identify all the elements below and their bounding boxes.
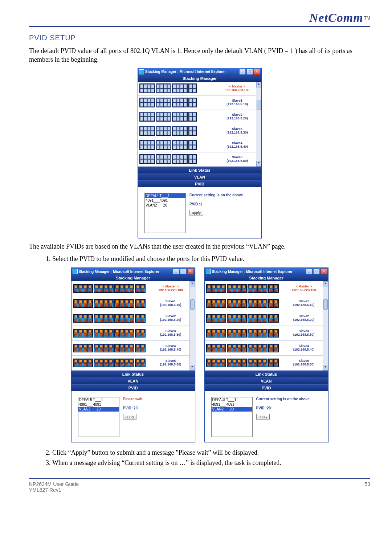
device-row[interactable]: Slave3(192.168.5.30) [72, 326, 189, 341]
device-row[interactable]: Slave5(192.168.5.50) [72, 356, 189, 371]
device-label-s2: Slave2(192.168.5.20) [220, 113, 254, 120]
stacking-manager-title: Stacking Manager [205, 275, 328, 281]
ie-window-3: Stacking Manager - Microsoft Internet Ex… [204, 267, 328, 442]
stacking-manager-title: Stacking Manager [138, 75, 261, 82]
after-fig-paragraph: The available PVIDs are based on the VLA… [29, 242, 370, 251]
step-3: When a message advising “Current setting… [52, 458, 370, 467]
maximize-button[interactable]: □ [180, 269, 187, 274]
maximize-button[interactable]: □ [313, 269, 320, 274]
device-row[interactable]: < Master >192.168.223.100 [138, 82, 256, 96]
pvid-item-vlan2[interactable]: VLAN2___20 [212, 407, 252, 412]
device-row[interactable]: < Master >192.168.223.100 [72, 281, 189, 296]
device-label-s1: Slave1(192.168.5.10) [220, 99, 254, 106]
device-row[interactable]: Slave2(192.168.5.20) [138, 110, 256, 124]
close-button[interactable]: × [187, 269, 194, 274]
device-label-s3: Slave3(192.168.5.30) [287, 330, 321, 337]
ie-icon [73, 269, 78, 274]
device-label-s2: Slave2(192.168.5.20) [154, 315, 188, 322]
tab-pvid[interactable]: PVID [138, 180, 261, 187]
tab-pvid[interactable]: PVID [205, 384, 328, 391]
ie-icon [206, 269, 211, 274]
step-2: Click “Apply” button to submit and a mes… [52, 448, 370, 457]
tab-vlan[interactable]: VLAN [72, 377, 195, 384]
device-row[interactable]: Slave4(192.168.5.40) [205, 341, 323, 356]
pvid-listbox[interactable]: DEFAULT___1 4091___4091 VLAN2___20 [211, 397, 253, 437]
tab-vlan[interactable]: VLAN [138, 173, 261, 180]
tab-vlan[interactable]: VLAN [205, 377, 328, 384]
device-label-s3: Slave3(192.168.5.30) [220, 127, 254, 135]
intro-paragraph: The default PVID value of all ports of 8… [29, 46, 370, 64]
apply-button[interactable]: apply [256, 414, 270, 420]
device-row[interactable]: Slave4(192.168.5.40) [138, 138, 256, 152]
ie-window-1: Stacking Manager - Microsoft Internet Ex… [138, 68, 262, 238]
section-title: PVID SETUP [29, 34, 370, 42]
device-row[interactable]: Slave3(192.168.5.30) [138, 124, 256, 138]
minimize-button[interactable]: _ [306, 269, 313, 274]
device-row[interactable]: Slave4(192.168.5.40) [72, 341, 189, 356]
device-label-s4: Slave4(192.168.5.40) [287, 344, 321, 352]
tab-link-status[interactable]: Link Status [138, 167, 261, 173]
tab-pvid[interactable]: PVID [72, 384, 195, 391]
tab-link-status[interactable]: Link Status [72, 371, 195, 377]
pvid-item-default[interactable]: DEFAULT___1 [145, 193, 185, 198]
pvid-label: PVID :1 [189, 202, 244, 206]
pvid-item-default[interactable]: DEFAULT___1 [78, 397, 119, 402]
device-label-s2: Slave2(192.168.5.20) [287, 315, 321, 322]
device-label-s5: Slave5(192.168.5.50) [154, 359, 188, 367]
step-1: Select the PVID to be modified and choos… [52, 254, 370, 263]
device-label-s4: Slave4(192.168.5.40) [220, 142, 254, 149]
device-label-master: < Master >192.168.223.100 [220, 85, 254, 92]
device-row[interactable]: Slave1(192.168.5.10) [205, 296, 323, 311]
pvid-item-4091[interactable]: 4091___4091 [78, 402, 119, 407]
maximize-button[interactable]: □ [246, 69, 253, 75]
stacking-manager-title: Stacking Manager [72, 275, 195, 281]
device-label-s4: Slave4(192.168.5.40) [154, 344, 188, 352]
device-label-s1: Slave1(192.168.5.10) [154, 300, 188, 307]
please-wait-msg: Please wait ... [123, 397, 147, 401]
netcomm-logo: NetCommTM [309, 11, 370, 25]
pvid-label: PVID :20 [123, 406, 147, 410]
current-setting-msg: Current setting is on the above. [189, 193, 244, 197]
pvid-item-4091[interactable]: 4091___4091 [145, 198, 185, 203]
device-row[interactable]: Slave5(192.168.5.50) [205, 356, 323, 371]
device-label-master: < Master >192.168.223.100 [154, 285, 188, 292]
device-row[interactable]: Slave3(192.168.5.30) [205, 326, 323, 341]
tab-link-status[interactable]: Link Status [205, 371, 328, 377]
pvid-item-vlan2[interactable]: VLAN2___20 [78, 407, 119, 412]
pvid-label: PVID :20 [256, 406, 311, 410]
close-button[interactable]: × [320, 269, 327, 274]
scrollbar[interactable]: ▲▼ [323, 281, 328, 371]
minimize-button[interactable]: _ [173, 269, 179, 274]
window-title: Stacking Manager - Microsoft Internet Ex… [212, 270, 293, 274]
minimize-button[interactable]: _ [239, 69, 246, 75]
ie-window-2: Stacking Manager - Microsoft Internet Ex… [71, 267, 195, 442]
device-row[interactable]: Slave5(192.168.5.50) [138, 152, 256, 167]
page-number: 53 [364, 481, 370, 493]
pvid-item-default[interactable]: DEFAULT___1 [212, 397, 252, 402]
device-row[interactable]: Slave1(192.168.5.10) [72, 296, 189, 311]
current-setting-msg: Current setting is on the above. [256, 397, 311, 401]
device-label-s5: Slave5(192.168.5.50) [287, 359, 321, 367]
close-button[interactable]: × [254, 69, 260, 75]
device-label-master: < Master >192.168.223.100 [287, 285, 321, 292]
pvid-item-vlan2[interactable]: VLAN2___20 [145, 203, 185, 208]
device-label-s5: Slave5(192.168.5.50) [220, 156, 254, 163]
apply-button[interactable]: apply [189, 210, 203, 216]
device-row[interactable]: < Master >192.168.223.100 [205, 281, 323, 296]
device-row[interactable]: Slave1(192.168.5.10) [138, 96, 256, 110]
ie-icon [139, 69, 144, 74]
device-row[interactable]: Slave2(192.168.5.20) [72, 311, 189, 326]
pvid-listbox[interactable]: DEFAULT___1 4091___4091 VLAN2___20 [144, 193, 186, 233]
device-label-s1: Slave1(192.168.5.10) [287, 300, 321, 307]
scrollbar[interactable]: ▲▼ [189, 281, 195, 371]
window-title: Stacking Manager - Microsoft Internet Ex… [79, 270, 159, 274]
scrollbar[interactable]: ▲▼ [256, 82, 261, 167]
pvid-item-4091[interactable]: 4091___4091 [212, 402, 252, 407]
window-title: Stacking Manager - Microsoft Internet Ex… [145, 70, 226, 74]
device-label-s3: Slave3(192.168.5.30) [154, 330, 188, 337]
pvid-listbox[interactable]: DEFAULT___1 4091___4091 VLAN2___20 [78, 397, 119, 437]
device-row[interactable]: Slave2(192.168.5.20) [205, 311, 323, 326]
footer-left: NP2624M User Guide YML827 Rev1 [29, 481, 79, 493]
apply-button[interactable]: apply [123, 414, 137, 420]
